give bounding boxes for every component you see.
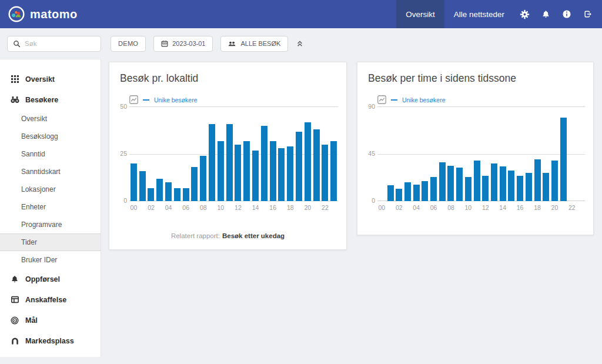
sidebar-item-enheter[interactable]: Enheter — [0, 198, 101, 216]
search-input[interactable] — [25, 40, 115, 47]
sidebar-item-oversikt[interactable]: Oversikt — [0, 110, 101, 128]
site-selector-button[interactable]: DEMO — [111, 36, 146, 52]
related-report-link[interactable]: Besøk etter ukedag — [222, 232, 285, 239]
bar[interactable] — [439, 162, 446, 201]
x-tick-label: 12 — [234, 204, 243, 211]
bar[interactable] — [139, 171, 146, 201]
bar[interactable] — [243, 141, 250, 201]
sidebar-item-oversikt[interactable]: Oversikt — [0, 69, 101, 89]
sidebar-item-m-l[interactable]: Mål — [0, 310, 101, 330]
sidebar-item-bruker-ider[interactable]: Bruker IDer — [0, 251, 101, 269]
x-tick-label — [403, 204, 412, 211]
bar[interactable] — [235, 145, 241, 201]
y-tick-label: 50 — [120, 103, 127, 110]
bar[interactable] — [396, 189, 402, 201]
bar[interactable] — [500, 166, 506, 201]
bar[interactable] — [543, 173, 549, 201]
bar[interactable] — [174, 188, 180, 201]
bar[interactable] — [156, 179, 163, 201]
bar-slot — [473, 161, 481, 201]
sidebar-item-bes-kslogg[interactable]: Besøkslogg — [0, 128, 101, 145]
help-info-icon[interactable] — [556, 0, 577, 28]
sidebar-item-sanntid[interactable]: Sanntid — [0, 145, 101, 163]
sidebar-item-programvare[interactable]: Programvare — [0, 216, 101, 233]
bar-slot — [312, 129, 321, 201]
sidebar-item-anskaffelse[interactable]: Anskaffelse — [0, 289, 101, 310]
x-tick-label: 02 — [147, 204, 156, 211]
x-tick-label: 02 — [394, 204, 403, 211]
bar[interactable] — [183, 188, 189, 201]
x-tick-label: 00 — [377, 204, 386, 211]
sidebar-item-label: Oversikt — [25, 75, 55, 84]
bar[interactable] — [447, 166, 454, 201]
bar[interactable] — [278, 148, 285, 201]
bar[interactable] — [560, 118, 567, 201]
bar-slot — [412, 185, 421, 201]
x-tick-label: 22 — [321, 204, 330, 211]
sidebar-item-bes-kere[interactable]: Besøkere — [0, 89, 101, 110]
bar[interactable] — [165, 182, 172, 201]
collapse-chevrons-icon[interactable] — [296, 40, 303, 47]
sidebar-item-sanntidskart[interactable]: Sanntidskart — [0, 163, 101, 181]
brand-name: matomo — [30, 8, 78, 21]
bar[interactable] — [534, 159, 541, 201]
bar-slot — [455, 168, 464, 201]
bar[interactable] — [508, 171, 514, 201]
sidebar-item-oppf-rsel[interactable]: Oppførsel — [0, 269, 101, 289]
nav-tab-oversikt[interactable]: Oversikt — [396, 0, 444, 28]
segment-selector-button[interactable]: ALLE BESØK — [220, 36, 288, 52]
bar-slot — [190, 167, 199, 201]
bar[interactable] — [491, 163, 497, 201]
bar[interactable] — [148, 188, 154, 201]
bar-slot — [516, 176, 524, 201]
bar[interactable] — [191, 167, 198, 201]
bar[interactable] — [131, 163, 137, 201]
bar[interactable] — [330, 141, 337, 201]
chart-title: Besøk per time i sidens tidssone — [357, 62, 593, 88]
bar[interactable] — [313, 129, 320, 201]
bar[interactable] — [261, 126, 267, 201]
search-box[interactable] — [7, 36, 101, 52]
bar-slot — [499, 166, 507, 201]
nav-tab-alle-nettsteder[interactable]: Alle nettsteder — [444, 0, 514, 28]
y-tick-label: 90 — [368, 103, 375, 110]
x-tick-label: 04 — [164, 204, 173, 211]
date-selector-button[interactable]: 2023-03-01 — [153, 36, 213, 52]
bar[interactable] — [322, 145, 328, 201]
bar[interactable] — [474, 161, 480, 201]
bar[interactable] — [200, 156, 206, 201]
bar[interactable] — [252, 151, 259, 201]
bar[interactable] — [226, 124, 233, 201]
bar[interactable] — [270, 141, 276, 201]
bar[interactable] — [209, 124, 215, 201]
notifications-bell-icon[interactable] — [535, 0, 556, 28]
bar[interactable] — [465, 177, 471, 201]
settings-gear-icon[interactable] — [514, 0, 535, 28]
bar[interactable] — [287, 146, 293, 201]
bar[interactable] — [551, 161, 558, 201]
bar[interactable] — [387, 185, 394, 201]
bar[interactable] — [526, 173, 532, 201]
sidebar-item-label: Mål — [25, 316, 38, 325]
bar[interactable] — [517, 176, 523, 201]
bar[interactable] — [218, 141, 224, 201]
bar[interactable] — [413, 185, 420, 201]
sidebar-item-lokasjoner[interactable]: Lokasjoner — [0, 181, 101, 198]
bar[interactable] — [305, 122, 311, 201]
sidebar-item-markedsplass[interactable]: Markedsplass — [0, 330, 101, 351]
legend-label[interactable]: Unike besøkere — [154, 96, 198, 103]
x-axis-labels: 000204060810121416182022 — [129, 204, 338, 211]
sidebar-item-tider[interactable]: Tider — [0, 233, 101, 251]
x-tick-label: 06 — [182, 204, 190, 211]
bar[interactable] — [296, 132, 302, 201]
bar[interactable] — [404, 182, 411, 201]
bar[interactable] — [456, 168, 463, 201]
x-tick-label — [507, 204, 516, 211]
export-image-icon[interactable] — [129, 95, 138, 104]
bar[interactable] — [422, 181, 428, 201]
bar[interactable] — [430, 177, 437, 201]
export-image-icon[interactable] — [377, 95, 386, 104]
signout-icon[interactable] — [577, 0, 598, 28]
bar[interactable] — [482, 176, 489, 201]
legend-label[interactable]: Unike besøkere — [402, 96, 446, 103]
